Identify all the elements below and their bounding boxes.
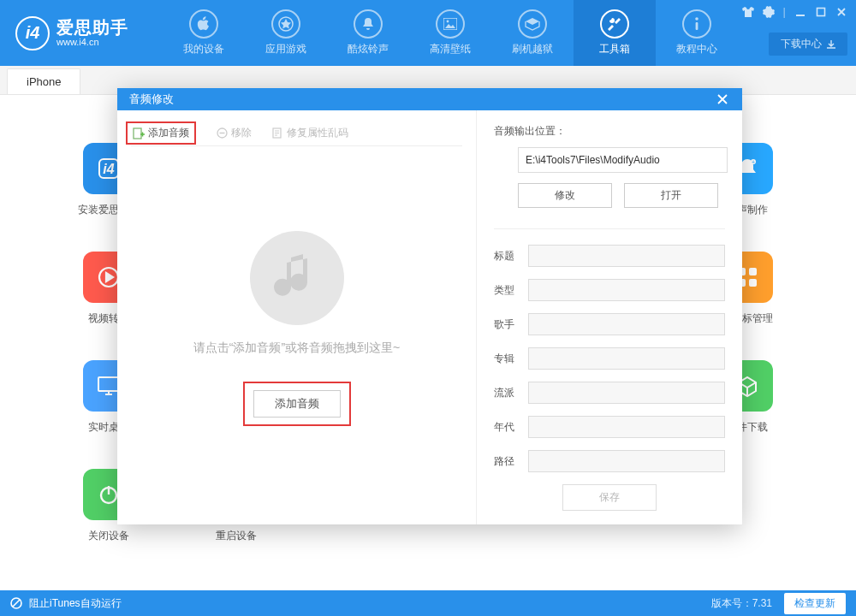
remove-icon	[217, 127, 228, 139]
output-location-label: 音频输出位置：	[494, 124, 725, 139]
image-icon	[436, 9, 465, 38]
nav-my-device[interactable]: 我的设备	[163, 0, 245, 66]
shirt-icon[interactable]	[742, 6, 754, 18]
nav-jailbreak[interactable]: 刷机越狱	[491, 0, 574, 66]
download-center-button[interactable]: 下载中心	[769, 33, 847, 56]
nav-wallpapers[interactable]: 高清壁纸	[409, 0, 491, 66]
modify-path-button[interactable]: 修改	[518, 183, 612, 208]
block-icon	[10, 597, 22, 609]
svg-point-3	[695, 17, 698, 21]
toolbar-add-audio[interactable]: 添加音频	[126, 121, 196, 145]
dialog-left-panel: 添加音频 移除 修复属性乱码 请点击“添加音频”或将音频拖拽到这里~ 添加音频	[117, 110, 477, 524]
meta-year-label: 年代	[494, 420, 528, 435]
bell-icon	[354, 9, 383, 38]
svg-rect-4	[696, 22, 698, 30]
save-button[interactable]: 保存	[562, 484, 657, 511]
meta-path-input[interactable]	[528, 450, 725, 472]
svg-text:+: +	[752, 159, 755, 165]
app-header: i4 爱思助手 www.i4.cn 我的设备 应用游戏 酷炫铃声 高清壁纸 刷机…	[0, 0, 856, 66]
music-note-icon	[250, 231, 344, 325]
appstore-icon	[271, 9, 300, 38]
toolbar-remove[interactable]: 移除	[217, 126, 252, 140]
add-file-icon	[133, 127, 145, 139]
meta-singer-input[interactable]	[528, 313, 725, 335]
logo-text: 爱思助手 www.i4.cn	[56, 18, 128, 47]
tools-icon	[600, 9, 629, 38]
meta-path-label: 路径	[494, 454, 528, 469]
svg-rect-5	[796, 15, 805, 16]
dialog-titlebar: 音频修改	[117, 88, 742, 110]
svg-point-2	[447, 21, 449, 23]
svg-rect-6	[817, 8, 825, 15]
dialog-title-text: 音频修改	[129, 92, 174, 107]
minimize-button[interactable]	[794, 6, 806, 18]
app-name-cn: 爱思助手	[56, 18, 128, 37]
dialog-toolbar: 添加音频 移除 修复属性乱码	[131, 121, 462, 146]
audio-modify-dialog: 音频修改 添加音频 移除 修复属性乱码	[117, 88, 742, 524]
device-tab-iphone[interactable]: iPhone	[7, 68, 80, 94]
svg-rect-13	[749, 268, 757, 275]
window-controls: |	[742, 5, 847, 18]
nav-tutorials[interactable]: 教程中心	[656, 0, 738, 66]
output-path-field[interactable]: E:\i4Tools7\Files\ModifyAudio	[518, 147, 728, 173]
meta-genre-label: 流派	[494, 386, 528, 400]
maximize-button[interactable]	[815, 6, 827, 18]
svg-rect-18	[134, 128, 141, 139]
nav-toolbox[interactable]: 工具箱	[574, 0, 656, 66]
drop-hint-text: 请点击“添加音频”或将音频拖拽到这里~	[193, 341, 401, 356]
svg-rect-15	[749, 279, 757, 287]
drop-area[interactable]: 请点击“添加音频”或将音频拖拽到这里~ 添加音频	[131, 146, 462, 511]
meta-title-label: 标题	[494, 249, 528, 264]
download-icon	[827, 40, 835, 49]
add-audio-highlight: 添加音频	[243, 382, 351, 426]
statusbar: 阻止iTunes自动运行 版本号：7.31 检查更新	[0, 590, 856, 616]
meta-singer-label: 歌手	[494, 317, 528, 332]
meta-type-input[interactable]	[528, 279, 725, 301]
logo-icon: i4	[15, 16, 50, 50]
app-name-en: www.i4.cn	[56, 37, 128, 47]
meta-genre-input[interactable]	[528, 382, 725, 404]
toolbar-fix-encoding[interactable]: 修复属性乱码	[272, 126, 348, 140]
check-update-button[interactable]: 检查更新	[784, 593, 846, 614]
version-text: 版本号：7.31	[711, 596, 772, 611]
apple-icon	[189, 9, 218, 38]
box-icon	[518, 9, 547, 38]
dialog-right-panel: 音频输出位置： E:\i4Tools7\Files\ModifyAudio 修改…	[477, 110, 742, 524]
logo-area: i4 爱思助手 www.i4.cn	[0, 0, 163, 66]
svg-rect-16	[98, 377, 119, 391]
dialog-close-button[interactable]	[715, 92, 730, 107]
meta-album-label: 专辑	[494, 352, 528, 366]
meta-album-input[interactable]	[528, 347, 725, 370]
settings-icon[interactable]	[763, 6, 775, 18]
fix-icon	[272, 127, 283, 139]
meta-year-input[interactable]	[528, 416, 725, 438]
info-icon	[682, 9, 711, 38]
open-path-button[interactable]: 打开	[624, 183, 718, 208]
add-audio-button[interactable]: 添加音频	[253, 390, 341, 418]
svg-text:i4: i4	[103, 162, 114, 176]
meta-title-input[interactable]	[528, 245, 725, 267]
meta-type-label: 类型	[494, 283, 528, 298]
nav-ringtones[interactable]: 酷炫铃声	[327, 0, 409, 66]
close-button[interactable]	[835, 6, 847, 18]
block-itunes-toggle[interactable]: 阻止iTunes自动运行	[29, 596, 122, 611]
nav-apps[interactable]: 应用游戏	[245, 0, 327, 66]
main-nav: 我的设备 应用游戏 酷炫铃声 高清壁纸 刷机越狱 工具箱 教程中心	[163, 0, 738, 66]
